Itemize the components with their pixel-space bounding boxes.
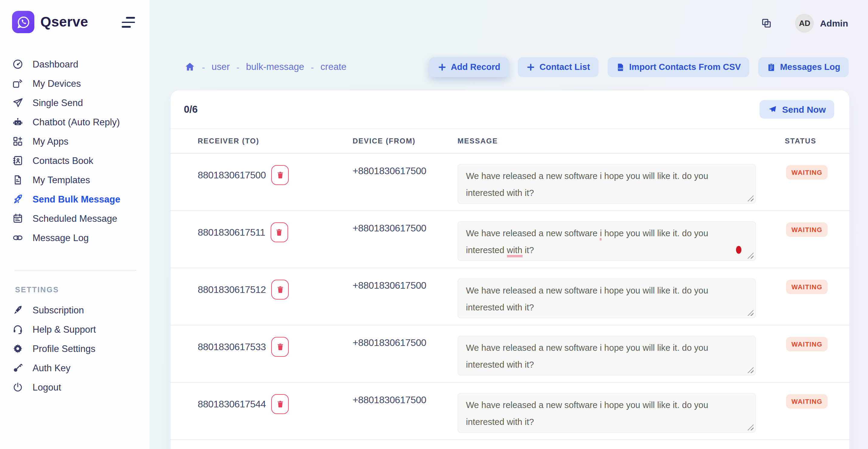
receiver-number: 8801830617500 <box>198 165 266 185</box>
sidebar-toggle-button[interactable] <box>122 17 135 29</box>
sidebar-divider <box>14 270 136 270</box>
breadcrumb-separator: - <box>236 62 239 72</box>
status-badge: WAITING <box>786 280 828 294</box>
bulk-message-card: 0/6 Send Now RECEIVER (TO) DEVICE (FROM)… <box>170 90 849 449</box>
sidebar-item-contacts-book[interactable]: Contacts Book <box>12 155 150 166</box>
trash-icon <box>276 285 284 294</box>
link-log-icon <box>12 232 24 244</box>
table-header: RECEIVER (TO) DEVICE (FROM) MESSAGE STAT… <box>170 129 849 154</box>
message-input[interactable]: We have released a new software i hope y… <box>458 164 756 204</box>
sidebar-item-label: My Devices <box>33 78 81 89</box>
device-signal-icon <box>12 78 24 89</box>
breadcrumb-create[interactable]: create <box>320 62 346 72</box>
progress-counter: 0/6 <box>184 104 198 115</box>
status-badge: WAITING <box>786 222 828 237</box>
status-badge: WAITING <box>786 394 828 409</box>
sidebar-item-subscription[interactable]: Subscription <box>12 304 150 316</box>
document-icon <box>12 174 24 186</box>
trash-icon <box>276 170 284 180</box>
windows-copy-icon[interactable] <box>761 17 772 29</box>
message-input[interactable]: We have released a new software i hope y… <box>458 221 756 261</box>
plus-icon <box>438 62 447 71</box>
table-body: 8801830617500 +8801830617500 We have rel… <box>170 154 849 440</box>
device-number: +8801830617500 <box>352 154 458 210</box>
sidebar-item-help-support[interactable]: Help & Support <box>12 324 150 335</box>
table-row: 8801830617512 +8801830617500 We have rel… <box>170 268 849 325</box>
device-number: +8801830617500 <box>352 268 458 325</box>
gear-icon <box>12 343 24 354</box>
sidebar-item-my-templates[interactable]: My Templates <box>12 174 150 186</box>
sidebar-item-my-devices[interactable]: My Devices <box>12 78 150 89</box>
delete-row-button[interactable] <box>271 394 289 414</box>
breadcrumb-separator: - <box>311 62 314 72</box>
breadcrumb: - user - bulk-message - create <box>184 62 347 72</box>
sidebar-nav: DashboardMy DevicesSingle SendChatbot (A… <box>0 59 150 244</box>
column-header-receiver: RECEIVER (TO) <box>198 137 352 145</box>
headset-icon <box>12 324 24 335</box>
delete-row-button[interactable] <box>271 280 289 299</box>
delete-row-button[interactable] <box>271 337 289 357</box>
key-icon <box>12 362 24 374</box>
qserve-whatsapp-logo-icon <box>12 11 34 33</box>
message-input[interactable]: We have released a new software i hope y… <box>458 393 756 433</box>
avatar[interactable]: AD <box>795 13 814 32</box>
topbar: AD Admin <box>761 0 848 46</box>
plus-icon <box>526 62 535 71</box>
user-name[interactable]: Admin <box>820 18 848 28</box>
power-icon <box>12 382 24 393</box>
message-input[interactable]: We have released a new software i hope y… <box>458 336 756 376</box>
sidebar-item-chatbot-auto-reply[interactable]: Chatbot (Auto Reply) <box>12 116 150 128</box>
status-badge: WAITING <box>786 337 828 351</box>
message-input[interactable]: We have released a new software i hope y… <box>458 279 756 318</box>
sidebar-item-label: Subscription <box>33 304 84 316</box>
robot-icon <box>12 116 24 128</box>
sidebar-item-dashboard[interactable]: Dashboard <box>12 59 150 70</box>
sidebar-item-label: Help & Support <box>33 324 96 335</box>
receiver-number: 8801830617512 <box>198 280 266 299</box>
sidebar-item-label: Message Log <box>33 232 89 243</box>
sidebar-item-auth-key[interactable]: Auth Key <box>12 362 150 374</box>
sidebar-item-profile-settings[interactable]: Profile Settings <box>12 343 150 354</box>
add-record-button[interactable]: Add Record <box>429 57 509 77</box>
sidebar-item-scheduled-message[interactable]: Scheduled Message <box>12 213 150 224</box>
sidebar-item-label: Dashboard <box>33 59 79 70</box>
import-contacts-csv-button[interactable]: csv Import Contacts From CSV <box>608 57 749 77</box>
paper-plane-icon <box>12 97 24 108</box>
sidebar-item-label: My Templates <box>33 174 90 185</box>
page-actions: Add Record Contact List csv Import Conta… <box>429 57 849 77</box>
sidebar-item-my-apps[interactable]: My Apps <box>12 136 150 147</box>
contact-list-button[interactable]: Contact List <box>518 57 598 77</box>
sidebar-item-single-send[interactable]: Single Send <box>12 97 150 108</box>
clipboard-icon <box>767 62 776 71</box>
table-row: 8801830617544 +8801830617500 We have rel… <box>170 383 849 440</box>
device-number: +8801830617500 <box>352 325 458 382</box>
trash-icon <box>276 399 284 409</box>
home-icon[interactable] <box>184 62 195 72</box>
delete-row-button[interactable] <box>271 165 289 185</box>
receiver-number: 8801830617511 <box>198 222 265 242</box>
sidebar-item-logout[interactable]: Logout <box>12 382 150 393</box>
sidebar-settings-nav: SubscriptionHelp & SupportProfile Settin… <box>0 304 150 393</box>
delete-row-button[interactable] <box>271 222 288 242</box>
messages-log-button[interactable]: Messages Log <box>758 57 849 77</box>
sidebar-item-label: Contacts Book <box>33 155 93 166</box>
column-header-status: STATUS <box>785 137 849 145</box>
sidebar-item-label: Scheduled Message <box>33 213 117 224</box>
rocket-filled-icon <box>12 304 24 316</box>
receiver-number: 8801830617533 <box>198 337 266 357</box>
brand-name: Qserve <box>40 14 88 30</box>
breadcrumb-actions-row: - user - bulk-message - create Add Recor… <box>184 56 849 78</box>
receiver-number: 8801830617544 <box>198 394 266 414</box>
sidebar-item-label: Profile Settings <box>33 343 96 354</box>
table-row: 8801830617500 +8801830617500 We have rel… <box>170 154 849 211</box>
breadcrumb-bulk-message[interactable]: bulk-message <box>246 62 304 72</box>
breadcrumb-user[interactable]: user <box>212 62 230 72</box>
sidebar-item-message-log[interactable]: Message Log <box>12 232 150 244</box>
sidebar-item-label: Auth Key <box>33 362 70 373</box>
trash-icon <box>275 228 284 237</box>
grid-plus-icon <box>12 136 24 147</box>
send-now-button[interactable]: Send Now <box>760 100 834 119</box>
sidebar-item-send-bulk-message[interactable]: Send Bulk Message <box>12 193 150 205</box>
send-plane-icon <box>768 105 777 114</box>
device-number: +8801830617500 <box>352 383 458 439</box>
